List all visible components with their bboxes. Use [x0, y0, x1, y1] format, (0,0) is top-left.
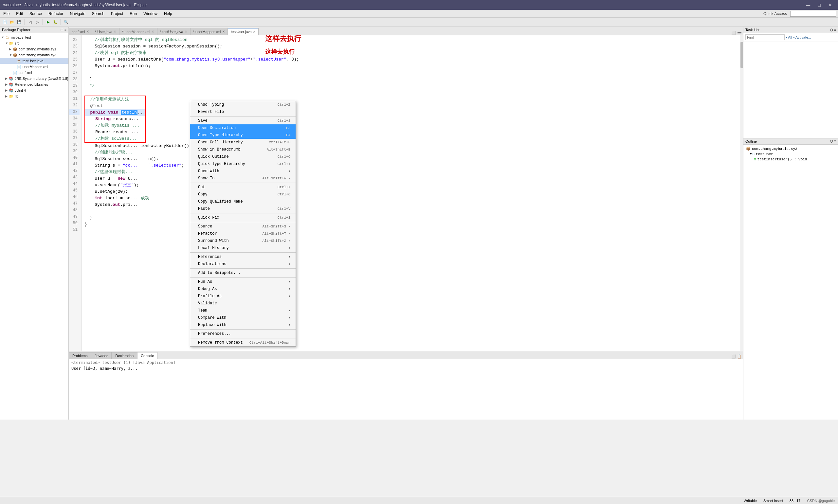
back-icon[interactable]: ◁ [27, 19, 33, 25]
outline-item-class[interactable]: ▼ C testUser [745, 151, 837, 157]
ctx-quick-fix[interactable]: Quick Fix Ctrl+1 [190, 214, 296, 221]
ctx-remove-from-context[interactable]: Remove from Context Ctrl+Alt+Shift+Down [190, 339, 296, 346]
tree-item-junit[interactable]: ▶ 📚 JUnit 4 [0, 87, 68, 93]
ctx-local-history[interactable]: Local History › [190, 245, 296, 252]
ctx-revert-file[interactable]: Revert File [190, 108, 296, 115]
ctx-replace-with[interactable]: Replace With › [190, 321, 296, 328]
minimize-editor-icon[interactable]: ➖ [737, 31, 742, 35]
ctx-refactor[interactable]: Refactor Alt+Shift+T › [190, 230, 296, 237]
maximize-editor-icon[interactable]: ⬜ [731, 31, 736, 35]
tab-conf-xml[interactable]: conf.xml ✕ [69, 28, 92, 35]
ctx-references[interactable]: References › [190, 253, 296, 260]
tab-testuser-java-active[interactable]: testUser.java ✕ [228, 28, 258, 35]
btab-console[interactable]: Console [137, 352, 158, 359]
ctx-paste[interactable]: Paste Ctrl+V [190, 205, 296, 212]
tab-close-icon[interactable]: ✕ [253, 30, 256, 34]
tab-user-java[interactable]: * User.java ✕ [92, 28, 119, 35]
ctx-run-as[interactable]: Run As › [190, 278, 296, 285]
menu-run[interactable]: Run [128, 11, 138, 17]
menu-edit[interactable]: Edit [15, 11, 24, 17]
console-clear-icon[interactable]: ⬜ [731, 355, 736, 359]
debug-icon[interactable]: 🐛 [52, 19, 58, 25]
ctx-debug-as[interactable]: Debug As › [190, 285, 296, 292]
ctx-open-type-hierarchy[interactable]: Open Type Hierarchy F4 [190, 131, 296, 139]
ctx-preferences[interactable]: Preferences... [190, 330, 296, 338]
ctx-validate[interactable]: Validate [190, 300, 296, 307]
ctx-surround-with[interactable]: Surround With Alt+Shift+Z › [190, 237, 296, 245]
tree-item-mybatis-test[interactable]: ▼ 🗂 mybatis_test [0, 34, 68, 40]
menu-navigate[interactable]: Navigate [68, 11, 86, 17]
ctx-copy[interactable]: Copy Ctrl+C [190, 191, 296, 198]
search-toolbar-icon[interactable]: 🔍 [63, 19, 69, 25]
menu-source[interactable]: Source [28, 11, 43, 17]
run-icon[interactable]: ▶ [45, 19, 51, 25]
forward-icon[interactable]: ▷ [34, 19, 40, 25]
ctx-separator [190, 329, 296, 329]
ctx-show-breadcrumb[interactable]: Show in Breadcrumb Alt+Shift+B [190, 146, 296, 153]
ctx-profile-as[interactable]: Profile As › [190, 292, 296, 300]
tree-item-sy1[interactable]: ▶ 📦 com.zhang.mybatis.sy1 [0, 46, 68, 52]
tab-testuser-java-1[interactable]: * testUser.java ✕ [157, 28, 190, 35]
open-icon[interactable]: 📂 [9, 19, 15, 25]
btab-problems[interactable]: Problems [69, 352, 91, 359]
tree-arrow: ▶ [9, 48, 13, 51]
ctx-declarations[interactable]: Declarations › [190, 260, 296, 268]
task-search-input[interactable] [745, 34, 785, 40]
menu-search[interactable]: Search [91, 11, 106, 17]
quick-access-input[interactable] [790, 11, 836, 17]
close-button[interactable]: ✕ [826, 2, 835, 8]
ctx-quick-outline[interactable]: Quick Outline Ctrl+O [190, 153, 296, 160]
tree-item-conf-xml[interactable]: 📄 conf.xml [0, 70, 68, 76]
tree-item-lib[interactable]: ▶ 📁 lib [0, 93, 68, 99]
tree-arrow: ▼ [1, 36, 4, 39]
save-icon[interactable]: 💾 [16, 19, 22, 25]
tree-item-sy3[interactable]: ▼ 📦 com.zhang.mybatis.sy3 [0, 52, 68, 58]
tree-item-testuser-java[interactable]: ☕ testUser.java [0, 58, 68, 64]
menu-file[interactable]: File [2, 11, 11, 17]
code-content[interactable]: //创建能执行映射文件中 sql 的 sqlSession SqlSession… [82, 35, 740, 351]
ctx-source[interactable]: Source Alt+Shift+S › [190, 223, 296, 230]
ctx-compare-with[interactable]: Compare With › [190, 314, 296, 321]
tree-item-jre[interactable]: ▶ 📚 JRE System Library [JavaSE-1.8] [0, 76, 68, 82]
tab-close-icon[interactable]: ✕ [185, 30, 187, 33]
tab-close-icon[interactable]: ✕ [151, 30, 154, 33]
minimize-button[interactable]: — [803, 2, 813, 8]
ctx-copy-qualified-name[interactable]: Copy Qualified Name [190, 198, 296, 205]
ctx-open-declaration[interactable]: Open Declaration F3 [190, 124, 296, 131]
maximize-button[interactable]: □ [816, 2, 823, 8]
tree-item-usermapper-xml[interactable]: 📄 userMapper.xml [0, 64, 68, 70]
btab-declaration[interactable]: Declaration [112, 352, 137, 359]
code-editor[interactable]: 22 23 24 25 26 27 28 29 30 31 32 33 34 3… [69, 35, 743, 351]
menu-refactor[interactable]: Refactor [47, 11, 65, 17]
task-activate-label[interactable]: • Activate... [794, 35, 812, 39]
package-icon: 📦 [13, 47, 18, 52]
outline-item-method[interactable]: m testInsertUser() : void [745, 157, 837, 162]
ctx-save[interactable]: Save Ctrl+S [190, 117, 296, 124]
tree-item-src[interactable]: ▼ 📁 src [0, 40, 68, 46]
menu-help[interactable]: Help [163, 11, 174, 17]
tab-usermapper-xml[interactable]: * userMapper.xml ✕ [119, 28, 157, 35]
tab-close-icon[interactable]: ✕ [86, 30, 89, 33]
ctx-show-in[interactable]: Show In Alt+Shift+W › [190, 175, 296, 182]
menu-window[interactable]: Window [142, 11, 159, 17]
outline-item-package[interactable]: 📦 com.zhang.mybatis.sy3 [745, 146, 837, 151]
outline-tree: 📦 com.zhang.mybatis.sy3 ▼ C testUser m t… [743, 145, 838, 163]
ctx-open-call-hierarchy[interactable]: Open Call Hierarchy Ctrl+Alt+H [190, 139, 296, 146]
ctx-add-to-snippets[interactable]: Add to Snippets... [190, 269, 296, 276]
ctx-label: Undo Typing [198, 103, 224, 107]
ctx-quick-type-hierarchy[interactable]: Quick Type Hierarchy Ctrl+T [190, 160, 296, 167]
new-icon[interactable]: 📄 [2, 19, 8, 25]
console-scroll-icon[interactable]: 📋 [737, 355, 742, 359]
tree-item-referenced-libs[interactable]: ▶ 📚 Referenced Libraries [0, 82, 68, 87]
ctx-open-with[interactable]: Open With › [190, 167, 296, 175]
scroll-thumb[interactable] [741, 42, 743, 68]
ctx-team[interactable]: Team › [190, 307, 296, 314]
ctx-cut[interactable]: Cut Ctrl+X [190, 184, 296, 191]
btab-javadoc[interactable]: Javadoc [91, 352, 112, 359]
tab-usermapper-xml-2[interactable]: * userMapper.xml ✕ [190, 28, 228, 35]
ctx-undo-typing[interactable]: Undo Typing Ctrl+Z [190, 101, 296, 108]
tab-close-icon[interactable]: ✕ [222, 30, 225, 33]
menu-project[interactable]: Project [110, 11, 124, 17]
tab-close-icon[interactable]: ✕ [113, 30, 116, 33]
editor-scrollbar[interactable] [740, 35, 743, 351]
